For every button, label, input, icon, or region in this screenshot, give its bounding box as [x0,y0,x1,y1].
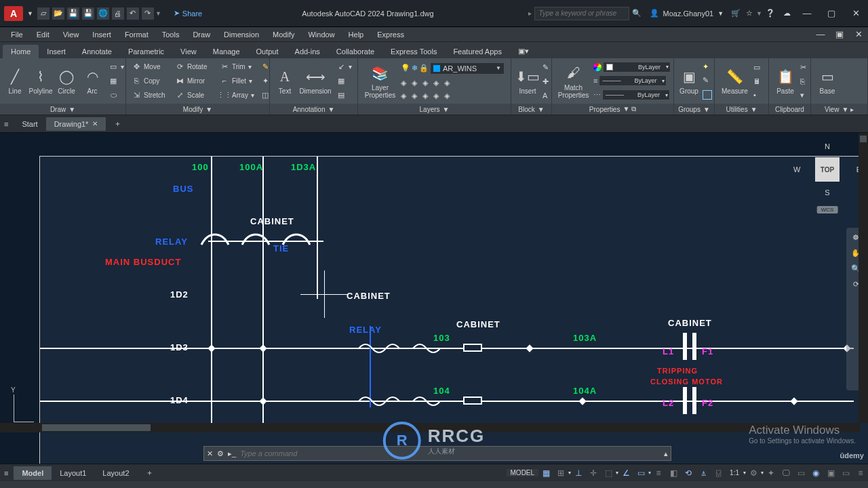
filetab-drawing1[interactable]: Drawing1*✕ [46,117,106,131]
command-line[interactable]: ✕ ⚙ ▸_ ▴ [203,446,671,461]
filetabs-menu-icon[interactable]: ≡ [4,120,8,128]
block-attr-icon[interactable]: A [542,92,549,100]
stretch-button[interactable]: ⇲Stretch [129,89,171,100]
status-polar-icon[interactable]: ✛ [586,466,601,480]
layer-freeze-icon[interactable]: ❄ [412,64,418,73]
status-lineweight-icon[interactable]: ≡ [651,466,666,480]
status-workspace-icon[interactable]: ✦ [764,466,778,480]
menu-insert[interactable]: Insert [85,28,118,41]
rectangle-button[interactable]: ▭▾ [106,62,127,73]
vertical-scrollbar[interactable] [859,133,868,423]
layer-combo[interactable]: AR_WINS▼ [430,62,505,75]
status-osnap-icon[interactable]: ∠ [618,466,633,480]
tab-manage[interactable]: Manage [205,45,248,58]
layout-tab-new[interactable]: ＋ [138,465,161,481]
circle-button[interactable]: ◯Circle [54,66,79,96]
cmd-history-icon[interactable]: ▴ [664,449,668,458]
panel-annotation-label[interactable]: Annotation▼ [270,104,357,115]
menu-tools[interactable]: Tools [155,28,186,41]
qat-new-icon[interactable]: ▱ [37,7,50,20]
status-isolate-icon[interactable]: ▣ [823,466,838,480]
panel-draw-label[interactable]: Draw▼ [0,104,125,115]
doc-restore-button[interactable]: ▣ [830,28,849,41]
layout-tab-model[interactable]: Model [14,466,52,480]
insert-block-button[interactable]: ⬇▭Insert [514,66,541,96]
arc-button[interactable]: ◠Arc [80,66,104,96]
status-transparency-icon[interactable]: ◧ [666,466,681,480]
menu-express[interactable]: Express [370,28,411,41]
layer-tool-10-icon[interactable]: ◈ [444,92,450,100]
linetype-combo[interactable]: ———ByLayer [602,89,670,100]
window-minimize-button[interactable]: — [795,4,819,23]
block-edit-icon[interactable]: ✎ [542,63,549,72]
help-icon[interactable]: ❔ [762,9,778,18]
match-properties-button[interactable]: 🖌Match Properties [555,62,592,100]
text-button[interactable]: AText [273,66,297,96]
window-close-button[interactable]: ✕ [844,4,868,23]
qat-save-icon[interactable]: 💾 [67,7,79,20]
qat-saveas-icon[interactable]: 💾 [82,7,94,20]
move-button[interactable]: ✥Move [129,62,171,73]
lineweight-combo[interactable]: ———ByLayer [599,75,667,86]
qat-open-icon[interactable]: 📂 [52,7,64,20]
rotate-button[interactable]: ⟳Rotate [172,62,216,73]
block-create-icon[interactable]: ✚ [542,77,549,86]
paste-special-icon[interactable]: ▾ [800,91,806,100]
dimension-button[interactable]: ⟷Dimension [298,66,332,96]
status-model-button[interactable]: MODEL [507,469,539,476]
status-scale[interactable]: 1:1 [726,469,743,476]
status-ortho-icon[interactable]: ⊥ [571,466,586,480]
autodesk-app-icon[interactable]: 🛒 [729,9,743,18]
qat-web-icon[interactable]: 🌐 [97,7,109,20]
tab-collaborate[interactable]: Collaborate [328,45,382,58]
filetab-start[interactable]: Start [14,117,45,131]
ellipse-button[interactable]: ⬭ [106,89,127,100]
layout-tab-layout2[interactable]: Layout2 [94,466,137,480]
status-iso-icon[interactable]: ⬚ [601,466,616,480]
group-bbox-icon[interactable] [703,90,712,100]
tab-view[interactable]: View [172,45,205,58]
layer-tool-5-icon[interactable]: ◈ [444,79,450,87]
qat-plot-icon[interactable]: 🖨 [112,7,124,20]
viewcube[interactable]: N S W E TOP WCS [800,142,854,197]
menu-edit[interactable]: Edit [30,28,56,41]
layer-tool-9-icon[interactable]: ◈ [433,92,439,100]
leader-button[interactable]: ↙▾ [334,62,355,73]
menu-draw[interactable]: Draw [186,28,217,41]
window-maximize-button[interactable]: ▢ [819,4,844,23]
cmd-customize-icon[interactable]: ⚙ [217,449,224,458]
layout-tab-layout1[interactable]: Layout1 [52,466,94,480]
status-customize-icon[interactable]: ≡ [853,466,868,480]
tab-express-tools[interactable]: Express Tools [382,45,445,58]
menu-help[interactable]: Help [342,28,371,41]
layer-tool-8-icon[interactable]: ◈ [422,92,428,100]
panel-clipboard-label[interactable]: Clipboard [769,104,810,115]
drawing-canvas[interactable]: 100 100A 1D3A BUS CABINET RELAY TIE MAIN… [0,133,868,464]
ungroup-icon[interactable]: ✦ [703,62,712,71]
search-input[interactable] [534,7,629,20]
app-menu-caret[interactable]: ▼ [27,10,33,17]
layer-lock-icon[interactable]: 🔒 [419,64,429,73]
panel-view-label[interactable]: View▼ ▸ [811,104,867,115]
group-button[interactable]: ▣Group [677,66,701,96]
tab-output[interactable]: Output [248,45,287,58]
status-gear-icon[interactable]: ⚙ [746,466,761,480]
tab-extra[interactable]: ▣▾ [510,44,537,58]
array-button[interactable]: ⋮⋮Array▾ [217,89,256,100]
panel-modify-label[interactable]: Modify▼ [126,104,269,115]
viewcube-top[interactable]: TOP [815,157,840,182]
status-clean-icon[interactable]: ▭ [838,466,853,480]
status-annoscale-icon[interactable]: ⍋ [696,466,711,480]
polyline-button[interactable]: ⌇Polyline [28,66,53,96]
color-combo[interactable]: ByLayer [603,62,671,73]
status-units-icon[interactable]: ▭ [793,466,808,480]
layouttabs-menu-icon[interactable]: ≡ [4,469,8,477]
tab-featured-apps[interactable]: Featured Apps [445,45,510,58]
layer-properties-button[interactable]: 📚Layer Properties [361,62,399,100]
menu-modify[interactable]: Modify [266,28,301,41]
copy-clip-icon[interactable]: ⎘ [800,77,806,85]
tab-home[interactable]: Home [3,45,39,58]
layer-bulb-icon[interactable]: 💡 [401,64,410,73]
menu-view[interactable]: View [56,28,86,41]
tab-parametric[interactable]: Parametric [120,45,172,58]
